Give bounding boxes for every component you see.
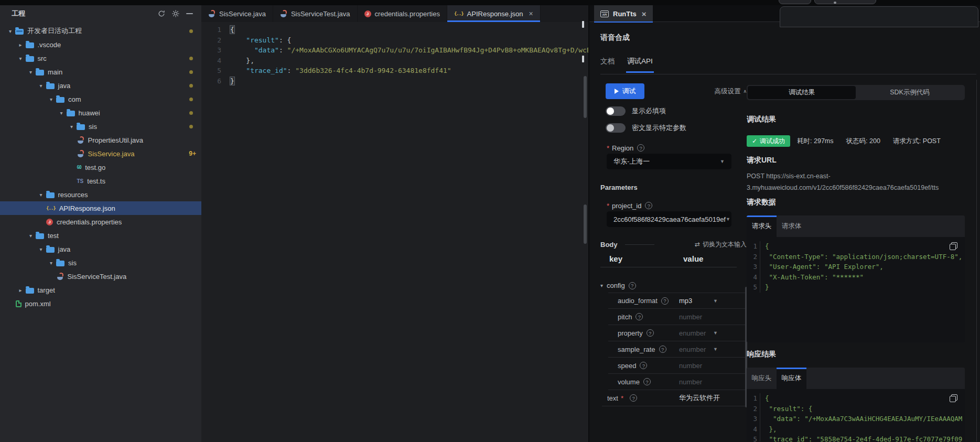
editor-code[interactable]: 1{2 "result": {3 "data": "/+MoxAAbCGXo6U… (201, 22, 588, 86)
tree-item-com[interactable]: ▾com (0, 92, 201, 106)
chevron-down-icon[interactable]: ▾ (36, 83, 46, 89)
copy-icon[interactable] (950, 242, 957, 250)
config-field-property[interactable]: property?enumber▼ (608, 325, 745, 341)
request-tab-请求头[interactable]: 请求头 (747, 215, 777, 237)
help-icon[interactable]: ? (630, 394, 637, 402)
tree-item-PropertiesUtil.java[interactable]: PropertiesUtil.java (0, 133, 201, 147)
tree-item-test.go[interactable]: GOtest.go (0, 160, 201, 174)
tree-item-.vscode[interactable]: ▸.vscode (0, 38, 201, 51)
help-icon[interactable]: ? (659, 346, 666, 353)
config-field-sample_rate[interactable]: sample_rate?enumber▼ (608, 341, 745, 358)
config-field-pitch[interactable]: pitch?number (608, 309, 745, 325)
chevron-down-icon[interactable]: ▾ (36, 246, 46, 252)
region-select[interactable]: 华东-上海一 ▼ (607, 154, 731, 169)
help-icon[interactable]: ? (661, 297, 669, 305)
go-icon: GO (77, 165, 82, 170)
tab-runtts[interactable]: API RunTts × (594, 5, 653, 22)
editor-tab-SisServiceTest.java[interactable]: SisServiceTest.java (273, 5, 358, 22)
help-icon[interactable]: ? (637, 144, 644, 152)
tree-item-SisService.java[interactable]: SisService.java9+ (0, 147, 201, 160)
chevron-down-icon[interactable]: ▾ (26, 69, 36, 75)
editor-tab-SisService.java[interactable]: SisService.java (201, 5, 273, 22)
help-icon[interactable]: ? (643, 378, 651, 385)
request-tab-请求体[interactable]: 请求体 (777, 215, 806, 237)
text-field-row[interactable]: text * ? 华为云软件开 (602, 390, 745, 406)
help-icon[interactable]: ? (645, 202, 652, 209)
gear-icon[interactable] (172, 10, 179, 17)
editor-scrollbar[interactable] (584, 76, 587, 118)
chevron-down-icon[interactable]: ▾ (26, 233, 36, 239)
chevron-down-icon[interactable]: ▾ (46, 260, 56, 266)
view-tab-调试结果[interactable]: 调试结果 (748, 86, 856, 99)
tree-item-main[interactable]: ▾main (0, 65, 201, 79)
toggle-switch[interactable] (606, 123, 626, 133)
line-number: 4 (201, 56, 221, 66)
tree-item-credentials.properties[interactable]: Jcredentials.properties (0, 215, 201, 229)
tree-item-resources[interactable]: ▾resources (0, 188, 201, 201)
help-icon[interactable]: ? (647, 329, 654, 337)
advanced-settings-link[interactable]: 高级设置 ∧ (714, 87, 747, 96)
tree-item-pom.xml[interactable]: pom.xml (0, 297, 201, 310)
copy-icon[interactable] (950, 394, 957, 402)
tree-item-java[interactable]: ▾java (0, 242, 201, 256)
close-icon[interactable]: × (529, 9, 533, 18)
tree-item-java[interactable]: ▾java (0, 79, 201, 92)
minimize-icon[interactable] (186, 13, 193, 14)
chevron-down-icon[interactable]: ▾ (67, 124, 77, 130)
tree-item-huawei[interactable]: ▾huawei (0, 106, 201, 120)
response-tab-响应体[interactable]: 响应体 (777, 368, 806, 389)
tree-item-SisServiceTest.java[interactable]: SisServiceTest.java (0, 269, 201, 283)
close-icon[interactable]: × (642, 9, 647, 18)
help-icon[interactable]: ? (636, 313, 643, 320)
editor-tab-credentials.properties[interactable]: Jcredentials.properties (358, 5, 447, 22)
xml-icon (16, 300, 21, 307)
tree-item-label: 开发者日活动工程 (27, 26, 82, 36)
config-field-volume[interactable]: volume?number (608, 374, 745, 390)
tree-item-label: src (38, 55, 47, 62)
tree-item-sis[interactable]: ▾sis (0, 120, 201, 133)
config-field-audio_format[interactable]: audio_format?mp3▼ (608, 293, 745, 309)
chevron-right-icon[interactable]: ▸ (16, 287, 26, 293)
java-icon (208, 10, 216, 17)
response-tab-响应头[interactable]: 响应头 (747, 368, 777, 389)
tree-item-src[interactable]: ▾src (0, 51, 201, 65)
tree-item-test[interactable]: ▾test (0, 229, 201, 242)
tree-item-sis[interactable]: ▾sis (0, 256, 201, 269)
tree-item-APIResponse.json[interactable]: {..}APIResponse.json (0, 201, 201, 215)
tree-item-test.ts[interactable]: TStest.ts (0, 174, 201, 188)
tree-item-label: java (58, 245, 71, 253)
editor-tab-APIResponse.json[interactable]: {..}APIResponse.json× (447, 5, 541, 22)
chevron-down-icon[interactable]: ▾ (16, 56, 26, 61)
config-field-speed[interactable]: speed?number (608, 358, 745, 374)
code-line: 2 "result": { (201, 35, 588, 46)
tree-item-开发者日活动工程[interactable]: ▾开发者日活动工程 (0, 24, 201, 38)
toggle-switch[interactable] (606, 106, 626, 116)
editor-tab-label: credentials.properties (375, 10, 440, 18)
divider (600, 267, 737, 267)
view-tab-SDK示例代码[interactable]: SDK示例代码 (856, 86, 964, 99)
chevron-down-icon[interactable]: ▾ (36, 192, 46, 198)
page-title: 语音合成 (600, 33, 630, 42)
json-icon: {..} (454, 11, 464, 16)
tab-文档[interactable]: 文档 (600, 57, 615, 73)
chevron-up-icon: ∧ (743, 89, 747, 94)
config-group-row[interactable]: ▾ config ? (600, 282, 747, 289)
refresh-icon[interactable] (158, 10, 165, 17)
toggle-group: 显示必填项密文显示特定参数 (600, 106, 747, 133)
chevron-down-icon[interactable]: ▾ (5, 28, 15, 34)
chevron-down-icon: ▼ (713, 298, 718, 304)
help-icon[interactable]: ? (640, 362, 647, 369)
tree-item-target[interactable]: ▸target (0, 283, 201, 297)
chevron-down-icon[interactable]: ▾ (46, 96, 56, 102)
editor-scrollbar[interactable] (584, 204, 587, 244)
project-id-select[interactable]: 2cc60f586f82429caea76caefa5019ef ▼ (607, 211, 731, 227)
tab-调试API[interactable]: 调试API (627, 57, 653, 73)
panel-right-border (976, 80, 977, 441)
switch-text-input-link[interactable]: ⇄ 切换为文本输入 (695, 240, 747, 249)
debug-button[interactable]: 调试 (606, 83, 644, 99)
chevron-down-icon[interactable]: ▾ (57, 110, 67, 116)
request-url-heading: 请求URL (747, 156, 965, 165)
chevron-right-icon[interactable]: ▸ (16, 42, 26, 48)
field-value: mp3 (679, 297, 692, 305)
help-icon[interactable]: ? (629, 282, 636, 289)
